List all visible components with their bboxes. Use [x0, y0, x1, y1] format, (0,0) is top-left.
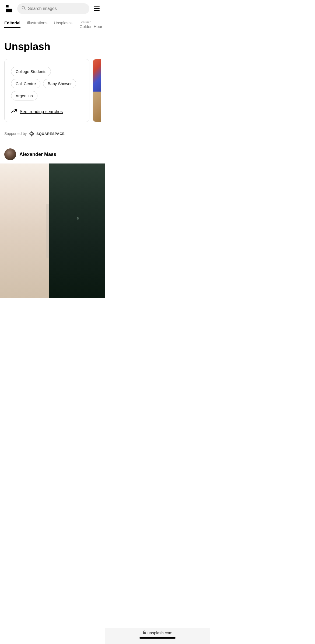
- tag-argentina[interactable]: Argentina: [11, 91, 37, 100]
- svg-rect-1: [6, 5, 9, 8]
- logo[interactable]: [4, 4, 14, 13]
- svg-rect-2: [6, 9, 12, 12]
- tab-unsplash-plus[interactable]: Unsplash+: [54, 17, 77, 32]
- second-card-bottom-image: [93, 92, 101, 122]
- cards-row: College Students Call Centre Baby Shower…: [4, 59, 101, 122]
- tag-baby-shower[interactable]: Baby Shower: [43, 79, 76, 88]
- header: [0, 0, 105, 17]
- second-card[interactable]: [93, 59, 101, 122]
- hero-image[interactable]: [0, 163, 105, 298]
- author-section: Alexander Mass: [0, 145, 105, 163]
- author-avatar-image: [4, 148, 16, 160]
- tab-featured-label: Featured: [79, 20, 91, 24]
- suggestions-card: College Students Call Centre Baby Shower…: [4, 59, 89, 122]
- hamburger-line-1: [94, 6, 100, 7]
- supported-by: Supported by SQUARESPACE: [4, 126, 101, 141]
- page-title: Unsplash: [4, 41, 101, 53]
- tab-featured-name: Golden Hour: [79, 24, 102, 29]
- hamburger-line-2: [94, 8, 100, 9]
- nav-tabs: Editorial Illustrations Unsplash+ Featur…: [0, 17, 105, 32]
- trending-link[interactable]: See trending searches: [11, 108, 83, 115]
- trending-icon: [11, 108, 17, 115]
- author-name: Alexander Mass: [19, 152, 56, 157]
- author-avatar: [4, 148, 16, 160]
- main-content: Unsplash College Students Call Centre Ba…: [0, 32, 105, 145]
- search-input[interactable]: [28, 6, 85, 11]
- tag-college-students[interactable]: College Students: [11, 67, 51, 76]
- tab-editorial[interactable]: Editorial: [4, 17, 25, 32]
- hamburger-line-3: [94, 10, 100, 11]
- svg-line-4: [24, 9, 26, 10]
- menu-button[interactable]: [93, 5, 101, 12]
- search-icon: [22, 6, 26, 11]
- search-bar[interactable]: [17, 3, 89, 14]
- tag-call-centre[interactable]: Call Centre: [11, 79, 40, 88]
- tab-illustrations[interactable]: Illustrations: [27, 17, 52, 32]
- second-card-top-image: [93, 59, 101, 92]
- suggestion-tags: College Students Call Centre Baby Shower…: [11, 67, 83, 100]
- squarespace-name: SQUARESPACE: [36, 132, 65, 136]
- tab-golden-hour[interactable]: Featured Golden Hour: [79, 17, 105, 32]
- squarespace-logo[interactable]: SQUARESPACE: [29, 131, 65, 137]
